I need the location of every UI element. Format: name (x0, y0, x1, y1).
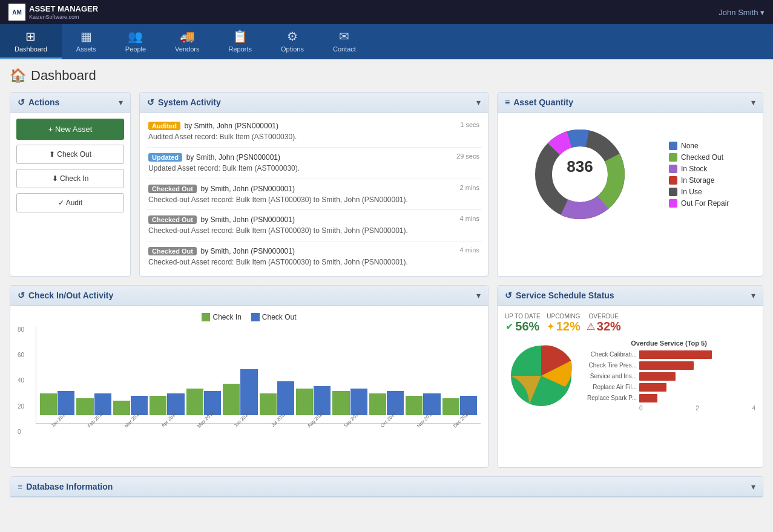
new-asset-button[interactable]: + New Asset (16, 119, 124, 140)
asset-qty-collapse-icon[interactable]: ▾ (751, 97, 755, 107)
checkin-bar (186, 389, 203, 415)
checkin-bar (406, 396, 423, 415)
service-title: ↺ Service Schedule Status (505, 291, 614, 300)
asset-qty-legend: NoneChecked OutIn StockIn StorageIn UseO… (669, 142, 729, 208)
system-activity-panel: ↺ System Activity ▾ Audited by Smith, Jo… (139, 92, 488, 277)
activity-item: Updated by Smith, John (PSN000001) 29 se… (146, 148, 482, 179)
nav-options-label: Options (281, 45, 304, 53)
actions-panel-body: + New Asset ⬆ Check Out ⬇ Check In ✓ Aud… (10, 113, 130, 218)
overdue-row: Replace Air Fil... (582, 383, 755, 392)
legend-item: Out For Repair (669, 199, 729, 208)
options-icon: ⚙ (287, 29, 298, 44)
actions-icon: ↺ (18, 97, 25, 107)
check-out-button[interactable]: ⬆ Check Out (16, 145, 124, 164)
page-title-icon: 🏠 (10, 68, 26, 84)
actions-panel: ↺ Actions ▾ + New Asset ⬆ Check Out ⬇ Ch… (10, 92, 131, 277)
actions-panel-header: ↺ Actions ▾ (10, 93, 130, 113)
checkinout-header: ↺ Check In/Out Activity ▾ (10, 286, 488, 306)
uptodate-checkmark-icon: ✔ (505, 321, 513, 332)
overdue-bars: Check Calibrati... Check Tire Pres... Se… (582, 350, 755, 402)
nav-dashboard-label: Dashboard (15, 45, 47, 53)
activity-panel-body: Audited by Smith, John (PSN000001) 1 sec… (140, 113, 488, 276)
checkin-bar (113, 401, 130, 415)
overdue-item-label: Check Calibrati... (582, 351, 637, 358)
nav-reports-label: Reports (228, 45, 252, 53)
activity-collapse-icon[interactable]: ▾ (476, 97, 481, 107)
bar-group: May 2018 (186, 318, 221, 423)
bar-group: Aug 2018 (296, 318, 331, 423)
dashboard-grid: ↺ Actions ▾ + New Asset ⬆ Check Out ⬇ Ch… (10, 92, 763, 498)
nav-people[interactable]: 👥 People (111, 24, 160, 59)
reports-icon: 📋 (232, 29, 248, 44)
database-icon: ≡ (18, 482, 22, 491)
nav-people-label: People (125, 45, 146, 53)
legend-item: In Storage (669, 176, 729, 185)
assets-icon: ▦ (81, 29, 92, 44)
bar-group: Oct 2018 (369, 318, 404, 423)
checkout-bar (387, 391, 404, 415)
checkin-bar (442, 398, 459, 415)
overdue-warning-icon: ⚠ (587, 321, 595, 332)
database-panel: ≡ Database Information ▾ (10, 476, 763, 498)
logo-icon: AM (8, 4, 25, 21)
service-icon: ↺ (505, 291, 512, 300)
service-stats: UP TO DATE ✔ 56% UPCOMING ✦ 12% (505, 313, 755, 333)
service-collapse-icon[interactable]: ▾ (751, 291, 755, 300)
nav-contact[interactable]: ✉ Contact (318, 24, 370, 59)
uptodate-value: 56% (515, 320, 539, 333)
activity-icon: ↺ (147, 97, 154, 107)
nav-vendors-label: Vendors (175, 45, 199, 53)
page-title: 🏠 Dashboard (10, 68, 763, 84)
bar-group: Jan 2018 (40, 318, 74, 423)
audit-button[interactable]: ✓ Audit (16, 193, 124, 212)
checkinout-panel: ↺ Check In/Out Activity ▾ Check In Check… (10, 285, 488, 468)
nav-options[interactable]: ⚙ Options (266, 24, 318, 59)
legend-item: In Use (669, 188, 729, 196)
checkin-bar (296, 389, 313, 415)
y-axis: 806040200 (18, 326, 27, 435)
people-icon: 👥 (128, 29, 143, 44)
vendors-icon: 🚚 (180, 29, 195, 44)
checkout-bar (277, 381, 294, 415)
donut-chart: 836 (531, 126, 628, 223)
logo-name: ASSET MANAGER (29, 4, 98, 14)
legend-item: None (669, 142, 729, 150)
nav-assets[interactable]: ▦ Assets (62, 24, 111, 59)
main-nav: ⊞ Dashboard ▦ Assets 👥 People 🚚 Vendors … (0, 24, 773, 59)
activity-panel-title: ↺ System Activity (147, 97, 221, 107)
overdue-item-label: Replace Spark P... (582, 395, 637, 401)
upcoming-star-icon: ✦ (547, 321, 554, 332)
nav-reports[interactable]: 📋 Reports (214, 24, 266, 59)
bar-group: Nov 2018 (406, 318, 440, 423)
bar-chart: Jan 2018 Feb 2018 Mar 2018 Apr 2018 (36, 326, 481, 423)
database-collapse-icon[interactable]: ▾ (751, 482, 755, 491)
service-pie-chart (505, 340, 577, 412)
dashboard-icon: ⊞ (25, 29, 36, 44)
page-content: 🏠 Dashboard ↺ Actions ▾ + New Asset ⬆ Ch… (0, 59, 773, 506)
nav-dashboard[interactable]: ⊞ Dashboard (0, 24, 62, 59)
bar-group: Apr 2018 (150, 318, 184, 423)
activity-list: Audited by Smith, John (PSN000001) 1 sec… (146, 116, 482, 272)
actions-collapse-icon[interactable]: ▾ (119, 97, 123, 107)
overdue-bar (639, 350, 712, 359)
checkin-bar (369, 393, 386, 415)
check-in-button[interactable]: ⬇ Check In (16, 169, 124, 188)
svg-text:836: 836 (567, 157, 593, 176)
bar-group: Mar 2018 (113, 318, 148, 423)
database-title: ≡ Database Information (18, 482, 113, 491)
bar-chart-wrapper: 806040200 Jan 2018 Feb 2018 (18, 326, 481, 460)
overdue-bar (639, 394, 657, 402)
nav-vendors[interactable]: 🚚 Vendors (160, 24, 214, 59)
bar-group: Feb 2018 (76, 318, 111, 423)
checkinout-collapse-icon[interactable]: ▾ (476, 291, 481, 300)
overdue-axis: 024 (582, 405, 755, 412)
legend-item: In Stock (669, 165, 729, 173)
activity-panel-header: ↺ System Activity ▾ (140, 93, 488, 113)
checkinout-body: Check In Check Out 806040200 (10, 306, 488, 467)
stat-uptodate: UP TO DATE ✔ 56% (505, 313, 541, 333)
user-menu[interactable]: John Smith ▾ (719, 8, 765, 17)
upcoming-value: 12% (556, 320, 581, 333)
checkin-bar (150, 396, 166, 415)
checkin-bar (40, 393, 57, 415)
overdue-bar-chart: Overdue Service (Top 5) Check Calibrati.… (582, 340, 755, 412)
